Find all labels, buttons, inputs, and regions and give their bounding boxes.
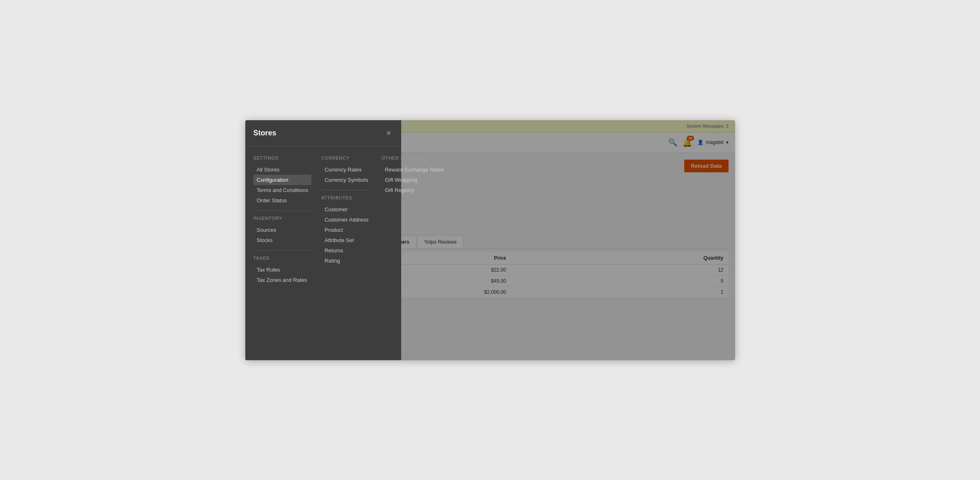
section-title-other: Other Settings (381, 155, 447, 160)
menu-item-currency-symbols[interactable]: Currency Symbols (321, 175, 372, 185)
menu-item-stocks[interactable]: Stocks (254, 235, 312, 245)
menu-item-sources[interactable]: Sources (254, 225, 312, 235)
menu-item-returns[interactable]: Returns (321, 245, 372, 256)
menu-item-all-stores[interactable]: All Stores (254, 165, 312, 175)
menu-item-customer[interactable]: Customer (321, 204, 372, 215)
menu-item-reward-exchange[interactable]: Reward Exchange Rates (381, 165, 447, 175)
menu-column-middle: Currency Currency Rates Currency Symbols… (321, 153, 372, 354)
stores-modal: Stores × Settings All Stores Configurati… (245, 120, 401, 360)
menu-column-left: Settings All Stores Configuration Terms … (254, 153, 312, 354)
menu-item-gift-registry[interactable]: Gift Registry (381, 185, 447, 195)
section-title-taxes: Taxes (254, 256, 312, 261)
menu-item-order-status[interactable]: Order Status (254, 195, 312, 206)
modal-body: Settings All Stores Configuration Terms … (245, 146, 401, 360)
menu-item-attribute-set[interactable]: Attribute Set (321, 235, 372, 245)
menu-item-terms-conditions[interactable]: Terms and Conditions (254, 185, 312, 195)
menu-item-product[interactable]: Product (321, 225, 372, 235)
menu-item-gift-wrapping[interactable]: Gift Wrapping (381, 175, 447, 185)
section-title-inventory: Inventory (254, 216, 312, 221)
divider (321, 190, 372, 190)
divider (254, 250, 312, 251)
menu-item-customer-address[interactable]: Customer Address (321, 215, 372, 225)
section-title-currency: Currency (321, 155, 372, 160)
section-title-attributes: Attributes (321, 195, 372, 200)
modal-header: Stores × (245, 120, 401, 146)
section-title-settings: Settings (254, 155, 312, 160)
menu-column-right: Other Settings Reward Exchange Rates Gif… (381, 153, 447, 354)
screen-wrapper: d refresh cache types. System Messages: … (245, 120, 735, 360)
divider (254, 210, 312, 211)
modal-title: Stores (254, 129, 276, 137)
menu-item-configuration[interactable]: Configuration (254, 175, 312, 185)
menu-item-tax-zones[interactable]: Tax Zones and Rates (254, 275, 312, 285)
menu-item-tax-rules[interactable]: Tax Rules (254, 265, 312, 275)
menu-item-currency-rates[interactable]: Currency Rates (321, 165, 372, 175)
modal-close-button[interactable]: × (385, 127, 393, 139)
menu-item-rating[interactable]: Rating (321, 256, 372, 266)
modal-overlay[interactable]: Stores × Settings All Stores Configurati… (245, 120, 735, 360)
